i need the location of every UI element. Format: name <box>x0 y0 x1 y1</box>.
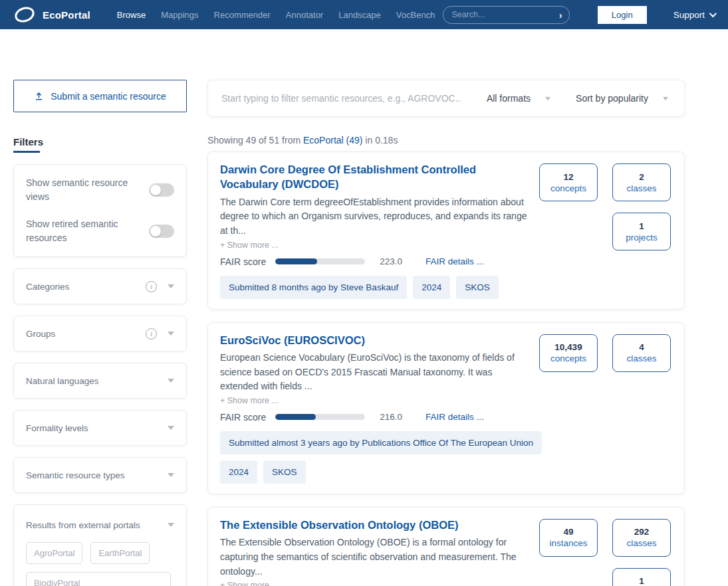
chevron-down-icon <box>168 426 174 430</box>
resource-stats: 12 concepts 2 classes 1 projects <box>539 162 671 299</box>
resource-description: The Darwin Core term degreeOfEstablishme… <box>220 195 527 239</box>
info-icon[interactable]: i <box>146 328 157 340</box>
fair-score-label: FAIR score <box>220 412 266 423</box>
login-button[interactable]: Login <box>598 6 647 24</box>
navbar: EcoPortal Browse Mappings Recommender An… <box>0 0 728 29</box>
filter-group-groups[interactable]: Groups i <box>13 316 187 351</box>
nav-item-landscape[interactable]: Landscape <box>338 10 381 20</box>
fair-score-row: FAIR score 216.0 FAIR details ... <box>220 412 527 423</box>
info-icon[interactable]: i <box>146 281 157 292</box>
filters-title: Filters <box>13 136 187 153</box>
stat-box-classes[interactable]: 2 classes <box>612 163 671 201</box>
show-more-link[interactable]: + Show more ... <box>220 396 279 405</box>
stat-box-projects[interactable]: 1 projects <box>612 213 671 250</box>
chevron-down-icon <box>168 523 174 527</box>
ecoportal-logo-icon <box>13 6 36 23</box>
format-chip[interactable]: SKOS <box>456 276 499 299</box>
chevron-down-icon <box>168 284 174 288</box>
resource-title-link[interactable]: The Extensible Observation Ontology (OBO… <box>220 518 527 532</box>
result-card: EuroSciVoc (EUROSCIVOC) European Science… <box>207 322 685 494</box>
chevron-down-icon <box>168 473 174 477</box>
submitted-chip[interactable]: Submitted almost 3 years ago by Publicat… <box>220 431 542 454</box>
stat-box-classes[interactable]: 4 classes <box>612 334 671 372</box>
toggle-switch-views[interactable] <box>149 183 174 197</box>
fair-score-bar <box>275 258 365 264</box>
stat-box-projects[interactable]: 1 projects <box>612 568 671 586</box>
toggle-switch-retired[interactable] <box>149 225 174 238</box>
stat-box-classes[interactable]: 292 classes <box>612 519 671 557</box>
filter-group-label: Formality levels <box>26 423 168 433</box>
format-select[interactable]: All formats <box>487 93 550 104</box>
filter-group-natural-languages[interactable]: Natural languages <box>13 363 187 399</box>
brand-name: EcoPortal <box>43 9 90 21</box>
resource-description: European Science Vocabulary (EuroSciVoc)… <box>220 351 527 394</box>
show-more-link[interactable]: + Show more ... <box>220 241 279 250</box>
result-card: Darwin Core Degree Of Establishment Cont… <box>207 151 685 310</box>
metadata-chips: Submitted 8 months ago by Steve Baskauf … <box>220 276 527 299</box>
fair-score-row: FAIR score 223.0 FAIR details ... <box>220 256 527 267</box>
stat-box-concepts[interactable]: 10,439 concepts <box>539 334 598 372</box>
nav-item-vocbench[interactable]: VocBench <box>396 10 435 20</box>
nav-item-recommender[interactable]: Recommender <box>214 10 271 20</box>
portal-chip-agroportal[interactable]: AgroPortal <box>26 542 82 564</box>
results-summary: Showing 49 of 51 from EcoPortal (49) in … <box>207 135 685 146</box>
portal-chip-earthportal[interactable]: EarthPortal <box>90 542 150 564</box>
nav-item-annotator[interactable]: Annotator <box>286 10 323 20</box>
stat-box-instances[interactable]: 49 instances <box>539 519 598 557</box>
year-chip[interactable]: 2024 <box>220 460 257 484</box>
resource-title-link[interactable]: Darwin Core Degree Of Establishment Cont… <box>220 162 527 192</box>
results-area: All formats Sort by popularity Showing 4… <box>207 80 685 586</box>
resource-stats: 49 instances 292 classes 1 projects <box>539 518 671 586</box>
filter-group-label: Semantic resource types <box>26 470 168 480</box>
page-body: Submit a semantic resource Filters Show … <box>0 29 728 586</box>
support-label: Support <box>673 10 705 20</box>
portal-chip-biodivportal[interactable]: BiodivPortal <box>26 572 171 586</box>
filter-group-formality-levels[interactable]: Formality levels <box>13 410 187 446</box>
stat-box-concepts[interactable]: 12 concepts <box>539 163 598 201</box>
format-select-value: All formats <box>487 93 531 104</box>
format-chip[interactable]: SKOS <box>263 460 306 484</box>
resource-stats: 10,439 concepts 4 classes <box>539 333 671 484</box>
show-more-link[interactable]: + Show more ... <box>220 581 279 586</box>
submitted-chip[interactable]: Submitted 8 months ago by Steve Baskauf <box>220 276 407 299</box>
brand[interactable]: EcoPortal <box>13 6 90 23</box>
ecoportal-count-link[interactable]: EcoPortal (49) <box>303 135 362 146</box>
sort-select[interactable]: Sort by popularity <box>576 93 668 104</box>
submit-resource-label: Submit a semantic resource <box>51 91 166 102</box>
filter-group-label: Categories <box>26 282 146 292</box>
filter-group-label: Groups <box>26 329 146 339</box>
chevron-down-icon <box>709 10 717 17</box>
fair-score-value: 223.0 <box>380 256 402 266</box>
metadata-chips: Submitted almost 3 years ago by Publicat… <box>220 431 527 484</box>
navbar-search-input[interactable] <box>451 10 558 19</box>
search-submit-icon[interactable]: › <box>559 10 562 20</box>
fair-score-bar <box>275 414 365 420</box>
fair-score-value: 216.0 <box>380 412 402 422</box>
filter-group-resource-types[interactable]: Semantic resource types <box>13 457 187 493</box>
chevron-down-icon <box>663 97 668 100</box>
resource-title-link[interactable]: EuroSciVoc (EUROSCIVOC) <box>220 333 527 347</box>
fair-details-link[interactable]: FAIR details ... <box>425 256 484 266</box>
result-card: The Extensible Observation Ontology (OBO… <box>207 507 685 586</box>
fair-details-link[interactable]: FAIR details ... <box>425 412 484 422</box>
filter-group-categories[interactable]: Categories i <box>13 268 187 304</box>
nav-item-mappings[interactable]: Mappings <box>161 10 198 20</box>
resource-filter-input[interactable] <box>221 93 461 104</box>
sort-select-value: Sort by popularity <box>576 93 648 104</box>
year-chip[interactable]: 2024 <box>413 276 450 299</box>
toggle-row-views: Show semantic resource views <box>26 176 174 204</box>
external-portals-label: Results from external portals <box>26 520 168 530</box>
submit-resource-button[interactable]: Submit a semantic resource <box>13 80 187 112</box>
toggle-label: Show semantic resource views <box>26 176 142 204</box>
nav-item-browse[interactable]: Browse <box>117 10 146 20</box>
upload-icon <box>34 91 44 101</box>
filter-group-label: Natural languages <box>26 376 168 386</box>
support-menu[interactable]: Support <box>673 10 715 20</box>
external-portals-header[interactable]: Results from external portals <box>26 508 174 542</box>
external-portals-panel: Results from external portals AgroPortal… <box>13 504 187 586</box>
chevron-down-icon <box>545 97 550 100</box>
toggle-row-retired: Show retired semantic resources <box>26 217 174 245</box>
chevron-down-icon <box>168 379 174 383</box>
toggle-label: Show retired semantic resources <box>26 217 142 245</box>
fair-score-label: FAIR score <box>220 256 266 267</box>
